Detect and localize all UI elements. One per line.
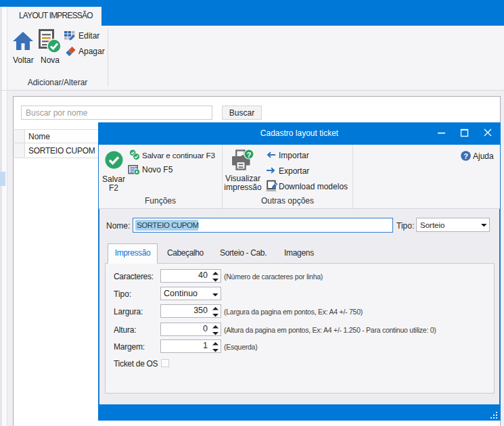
svg-text:?: ?	[463, 152, 468, 160]
svg-text:?: ?	[246, 151, 251, 159]
